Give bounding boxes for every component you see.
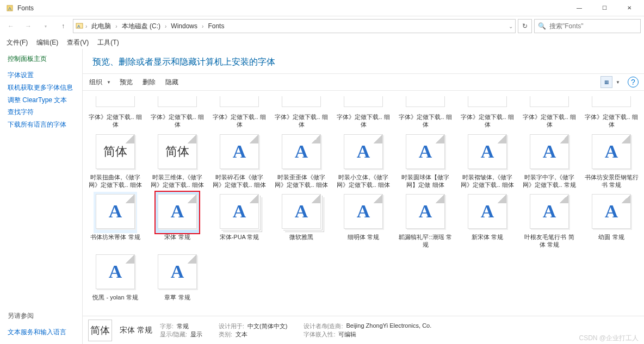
font-label: 时装褶皱体,《做字网》定做下载.. 细体 xyxy=(460,173,515,189)
font-item[interactable]: A幼圆 常规 xyxy=(584,192,639,249)
font-item[interactable]: A新宋体 常规 xyxy=(460,192,515,249)
font-item[interactable]: A微软雅黑 xyxy=(274,192,329,249)
breadcrumb[interactable]: Fonts xyxy=(206,22,226,30)
detail-prop: 设计者/制造商:Beijing ZhongYi Electronics, Co. xyxy=(304,322,431,330)
font-label: 书体坊安景臣钢笔行书 常规 xyxy=(584,173,639,189)
font-item[interactable]: 字体》定做下载.. 细体 xyxy=(274,94,329,129)
font-label: 韜漏犒礼罕::潮瑶 常规 xyxy=(398,233,453,249)
breadcrumb[interactable]: 本地磁盘 (C:) xyxy=(120,22,163,31)
font-item[interactable]: A宋体-PUA 常规 xyxy=(212,192,267,249)
font-item[interactable]: A时装歪歪体《做字网》定做下载.. 细体 xyxy=(274,132,329,189)
font-item[interactable]: 字体》定做下载.. 细体 xyxy=(150,94,205,129)
font-item[interactable]: A叶根友毛笔行书 简体 常规 xyxy=(522,192,577,249)
address-bar[interactable]: A › 此电脑 › 本地磁盘 (C:) › Windows › Fonts ⌄ xyxy=(73,19,516,33)
font-item[interactable]: A书体坊米芾体 常规 xyxy=(88,192,143,249)
menu-view[interactable]: 查看(V) xyxy=(64,37,92,48)
organize-button[interactable]: 组织 xyxy=(88,78,103,87)
font-label: 字体》定做下载.. 细体 xyxy=(336,113,391,129)
breadcrumb[interactable]: Windows xyxy=(169,22,200,30)
font-item[interactable]: A宋体 常规 xyxy=(150,192,205,249)
sidebar-link[interactable]: 调整 ClearType 文本 xyxy=(8,94,75,107)
font-grid: 字体》定做下载.. 细体字体》定做下载.. 细体字体》定做下载.. 细体字体》定… xyxy=(83,91,644,316)
font-label: 新宋体 常规 xyxy=(460,233,515,248)
sidebar-link[interactable]: 文本服务和输入语言 xyxy=(8,326,75,339)
font-item[interactable]: 简体时装扭曲体,《做字网》定做下载.. 细体 xyxy=(88,132,143,189)
font-label: 悦黑 - yolan 常规 xyxy=(88,293,143,309)
chevron-right-icon[interactable]: › xyxy=(85,23,87,29)
forward-button[interactable]: → xyxy=(21,18,36,34)
font-label: 时装碎石体《做字网》定做下载.. 细体 xyxy=(212,173,267,189)
font-item[interactable]: A时装小立体,《做字网》定做下载.. 细体 xyxy=(336,132,391,189)
history-dropdown[interactable]: ▾ xyxy=(38,18,53,34)
fonts-folder-icon: A xyxy=(76,22,83,31)
font-label: 字体》定做下载.. 细体 xyxy=(274,113,329,129)
sidebar-head[interactable]: 控制面板主页 xyxy=(8,54,75,64)
sidebar-link[interactable]: 查找字符 xyxy=(8,106,75,118)
up-button[interactable]: ↑ xyxy=(55,18,71,34)
chevron-right-icon[interactable]: › xyxy=(165,23,166,29)
toolbar: 组织▼ 预览 删除 隐藏 ▦▼ ? xyxy=(83,73,644,91)
maximize-button[interactable]: ☐ xyxy=(592,0,617,16)
chevron-right-icon[interactable]: › xyxy=(202,23,203,29)
back-button[interactable]: ← xyxy=(3,18,18,34)
font-item[interactable]: 字体》定做下载.. 细体 xyxy=(584,94,639,129)
font-label: 时装圆球体【做字网】定做 细体 xyxy=(398,173,453,189)
window-title: Fonts xyxy=(17,4,567,12)
refresh-button[interactable]: ↻ xyxy=(518,19,532,33)
font-item[interactable]: A时装褶皱体,《做字网》定做下载.. 细体 xyxy=(460,132,515,189)
font-label: 时装三维体,《做字网》定做下载.. 细体 xyxy=(150,173,205,189)
fonts-app-icon: A xyxy=(5,4,14,12)
font-item[interactable]: 字体》定做下载.. 细体 xyxy=(398,94,453,129)
font-item[interactable]: A悦黑 - yolan 常规 xyxy=(88,252,143,309)
chevron-down-icon[interactable]: ▼ xyxy=(616,80,620,85)
address-dropdown[interactable]: ⌄ xyxy=(509,23,513,29)
search-input[interactable] xyxy=(549,22,637,30)
font-item[interactable]: A时装圆球体【做字网】定做 细体 xyxy=(398,132,453,189)
font-label: 时装字中字,《做字网》定做下载.. 常规 xyxy=(522,173,577,189)
view-options-button[interactable]: ▦ xyxy=(600,76,612,88)
chevron-down-icon[interactable]: ▼ xyxy=(107,80,111,85)
chevron-right-icon[interactable]: › xyxy=(115,23,117,29)
font-item[interactable]: 简体时装三维体,《做字网》定做下载.. 细体 xyxy=(150,132,205,189)
font-item[interactable]: A时装字中字,《做字网》定做下载.. 常规 xyxy=(522,132,577,189)
detail-prop: 类别:文本 xyxy=(219,330,287,339)
font-item[interactable]: A时装碎石体《做字网》定做下载.. 细体 xyxy=(212,132,267,189)
font-item[interactable]: 字体》定做下载.. 细体 xyxy=(212,94,267,129)
font-item[interactable]: A书体坊安景臣钢笔行书 常规 xyxy=(584,132,639,189)
font-label: 幼圆 常规 xyxy=(584,233,639,248)
preview-button[interactable]: 预览 xyxy=(119,78,134,87)
svg-text:A: A xyxy=(77,24,81,29)
main-area: 预览、删除或者显示和隐藏计算机上安装的字体 组织▼ 预览 删除 隐藏 ▦▼ ? … xyxy=(83,49,644,344)
detail-thumb: 简体 xyxy=(88,320,112,341)
close-button[interactable]: ✕ xyxy=(617,0,642,16)
font-label: 字体》定做下载.. 细体 xyxy=(212,113,267,129)
font-item[interactable]: 字体》定做下载.. 细体 xyxy=(522,94,577,129)
detail-prop: 字形:常规 xyxy=(160,322,202,330)
font-label: 叶根友毛笔行书 简体 常规 xyxy=(522,233,577,249)
sidebar-link[interactable]: 字体设置 xyxy=(8,69,75,82)
font-item[interactable]: 字体》定做下载.. 细体 xyxy=(336,94,391,129)
font-item[interactable]: A细明体 常规 xyxy=(336,192,391,249)
menu-file[interactable]: 文件(F) xyxy=(3,37,31,48)
navbar: ← → ▾ ↑ A › 此电脑 › 本地磁盘 (C:) › Windows › … xyxy=(0,16,644,36)
titlebar: A Fonts — ☐ ✕ xyxy=(0,0,644,16)
menu-tools[interactable]: 工具(T) xyxy=(94,37,122,48)
delete-button[interactable]: 删除 xyxy=(141,78,157,87)
sidebar-link[interactable]: 下载所有语言的字体 xyxy=(8,118,75,131)
font-item[interactable]: 字体》定做下载.. 细体 xyxy=(88,94,143,129)
menu-edit[interactable]: 编辑(E) xyxy=(33,37,61,48)
font-label: 时装扭曲体,《做字网》定做下载.. 细体 xyxy=(88,173,143,189)
hide-button[interactable]: 隐藏 xyxy=(164,78,179,87)
help-icon[interactable]: ? xyxy=(628,77,639,87)
detail-bar: 简体 宋体 常规 字形:常规显示/隐藏:显示设计用于:中文(简体中文)类别:文本… xyxy=(83,316,644,344)
font-label: 字体》定做下载.. 细体 xyxy=(584,113,639,129)
font-label: 字体》定做下载.. 细体 xyxy=(460,113,515,129)
sidebar-link[interactable]: 联机获取更多字体信息 xyxy=(8,82,75,94)
font-item[interactable]: 字体》定做下载.. 细体 xyxy=(460,94,515,129)
font-item[interactable]: A章草 常规 xyxy=(150,252,205,309)
minimize-button[interactable]: — xyxy=(567,0,592,16)
breadcrumb[interactable]: 此电脑 xyxy=(89,22,113,31)
font-item[interactable]: A韜漏犒礼罕::潮瑶 常规 xyxy=(398,192,453,249)
see-also-head: 另请参阅 xyxy=(8,311,75,321)
search-box[interactable]: 🔍 xyxy=(534,19,641,33)
